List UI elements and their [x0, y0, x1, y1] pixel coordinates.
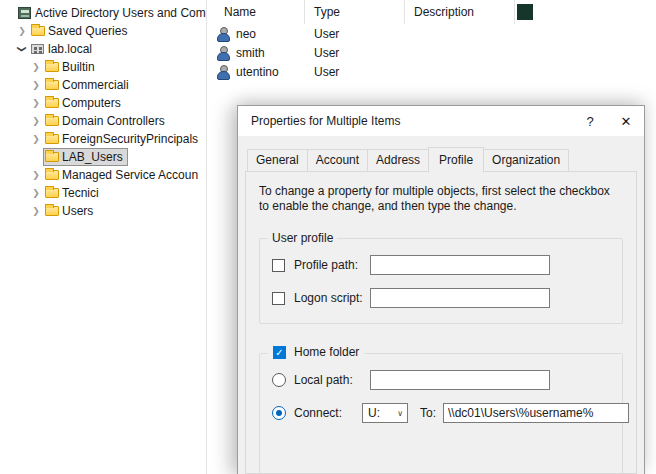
tree-item-label: Tecnici: [62, 186, 99, 200]
tree-item-label: Managed Service Accoun: [62, 168, 198, 182]
tab-account[interactable]: Account: [307, 149, 368, 172]
domain-icon: [31, 42, 48, 56]
user-name: utentino: [236, 65, 279, 79]
tree-item-lab-users[interactable]: LAB_Users: [0, 148, 206, 166]
tree-item-saved-queries[interactable]: Saved Queries: [0, 22, 206, 40]
logon-script-checkbox[interactable]: [272, 292, 285, 305]
tab-profile[interactable]: Profile: [428, 147, 484, 173]
list-item-utentino[interactable]: utentino User: [208, 62, 656, 81]
tree-item-tecnici[interactable]: Tecnici: [0, 184, 206, 202]
list-header: Name Type Description: [208, 0, 656, 24]
home-folder-label: Home folder: [294, 345, 359, 359]
chevron-down-icon[interactable]: [15, 44, 29, 54]
tab-description: To change a property for multiple object…: [259, 184, 623, 214]
folder-icon: [45, 204, 62, 218]
profile-tab-page: To change a property for multiple object…: [245, 171, 637, 474]
tab-strip: General Account Address Profile Organiza…: [245, 149, 637, 172]
to-label: To:: [420, 406, 436, 420]
user-type: User: [305, 27, 405, 41]
column-header-name[interactable]: Name: [208, 0, 305, 24]
logon-script-row: Logon script:: [272, 288, 610, 308]
connect-path-input[interactable]: [443, 403, 629, 423]
folder-icon: [45, 186, 62, 200]
tree-item-commerciali[interactable]: Commerciali: [0, 76, 206, 94]
folder-icon: [45, 60, 62, 74]
dialog-title: Properties for Multiple Items: [251, 114, 572, 128]
chevron-right-icon[interactable]: [29, 188, 43, 198]
tree-item-label: lab.local: [48, 42, 92, 56]
tree-item-label: LAB_Users: [62, 150, 123, 164]
list-item-smith[interactable]: smith User: [208, 43, 656, 62]
logon-script-input[interactable]: [370, 288, 550, 308]
folder-icon: [45, 78, 62, 92]
drive-letter-value: U:: [368, 406, 397, 420]
tree-item-domain-controllers[interactable]: Domain Controllers: [0, 112, 206, 130]
tree-item-label: ForeignSecurityPrincipals: [62, 132, 198, 146]
header-corner-block: [517, 4, 533, 20]
tree-item-foreign-security-principals[interactable]: ForeignSecurityPrincipals: [0, 130, 206, 148]
user-icon: [217, 27, 229, 41]
folder-icon: [31, 24, 48, 38]
logon-script-label: Logon script:: [294, 291, 370, 305]
profile-path-input[interactable]: [370, 255, 550, 275]
tree-item-label: Users: [62, 204, 93, 218]
chevron-right-icon[interactable]: [29, 98, 43, 108]
column-header-description[interactable]: Description: [405, 0, 515, 24]
chevron-right-icon[interactable]: [29, 62, 43, 72]
profile-path-row: Profile path:: [272, 255, 610, 275]
tab-address[interactable]: Address: [367, 149, 429, 172]
user-type: User: [305, 65, 405, 79]
user-icon: [217, 46, 229, 60]
connect-row: Connect: U: ∨ To:: [272, 403, 610, 423]
tree-item-builtin[interactable]: Builtin: [0, 58, 206, 76]
chevron-down-icon: ∨: [397, 409, 407, 418]
local-path-input[interactable]: [370, 370, 550, 390]
local-path-row: Local path:: [272, 370, 610, 390]
properties-dialog: Properties for Multiple Items ? ✕ Genera…: [237, 105, 645, 474]
dialog-titlebar[interactable]: Properties for Multiple Items ? ✕: [238, 106, 644, 136]
folder-icon: [45, 114, 62, 128]
drive-letter-dropdown[interactable]: U: ∨: [362, 403, 408, 423]
profile-path-label: Profile path:: [294, 258, 370, 272]
chevron-right-icon[interactable]: [29, 134, 43, 144]
folder-icon: [45, 132, 62, 146]
user-type: User: [305, 46, 405, 60]
chevron-right-icon[interactable]: [29, 80, 43, 90]
list-item-neo[interactable]: neo User: [208, 24, 656, 43]
tab-organization[interactable]: Organization: [483, 149, 569, 172]
tree-item-root[interactable]: Active Directory Users and Com: [0, 4, 206, 22]
chevron-right-icon[interactable]: [15, 26, 29, 36]
local-path-label: Local path:: [294, 373, 370, 387]
tree-item-label: Saved Queries: [48, 24, 127, 38]
tree-item-computers[interactable]: Computers: [0, 94, 206, 112]
folder-icon: [45, 168, 62, 182]
chevron-right-icon[interactable]: [29, 206, 43, 216]
tree-item-label: Builtin: [62, 60, 95, 74]
connect-radio[interactable]: [272, 406, 286, 420]
local-path-radio[interactable]: [272, 373, 286, 387]
console-root-icon: [18, 6, 35, 20]
user-name: neo: [236, 27, 256, 41]
console-tree-panel: Active Directory Users and Com Saved Que…: [0, 0, 207, 474]
close-button[interactable]: ✕: [608, 106, 644, 136]
home-folder-checkbox[interactable]: ✓: [273, 346, 286, 359]
tree-item-label: Commerciali: [62, 78, 129, 92]
folder-icon: [45, 150, 62, 164]
tree-item-label: Computers: [62, 96, 121, 110]
tab-general[interactable]: General: [247, 149, 308, 172]
column-header-type[interactable]: Type: [305, 0, 405, 24]
tree-item-users[interactable]: Users: [0, 202, 206, 220]
help-button[interactable]: ?: [572, 106, 608, 136]
chevron-right-icon[interactable]: [29, 170, 43, 180]
profile-path-checkbox[interactable]: [272, 259, 285, 272]
user-icon: [217, 65, 229, 79]
user-profile-group: User profile Profile path: Logon script:: [259, 238, 623, 324]
tree-item-label: Active Directory Users and Com: [35, 6, 206, 20]
folder-icon: [45, 96, 62, 110]
user-name: smith: [236, 46, 265, 60]
tree-item-managed-service-accounts[interactable]: Managed Service Accoun: [0, 166, 206, 184]
home-folder-group: ✓ Home folder Local path: Connect: U: ∨ …: [259, 353, 623, 474]
chevron-right-icon[interactable]: [29, 116, 43, 126]
connect-label: Connect:: [294, 406, 362, 420]
tree-item-lab-local[interactable]: lab.local: [0, 40, 206, 58]
